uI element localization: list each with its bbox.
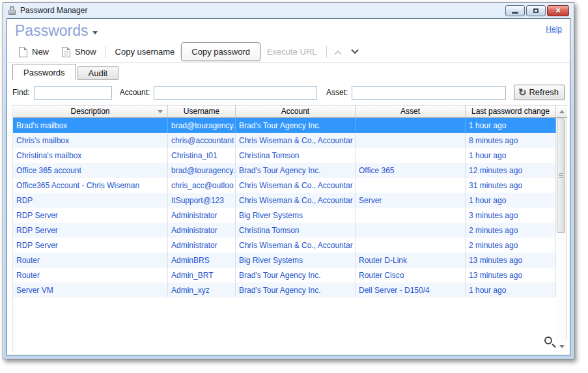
cell-username: Admin_xyz xyxy=(168,283,236,297)
column-header-account-label: Account xyxy=(281,107,309,116)
cell-asset xyxy=(356,133,466,148)
tab-passwords[interactable]: Passwords xyxy=(12,64,76,80)
cell-description: Christina's mailbox xyxy=(13,148,168,163)
new-button[interactable]: New xyxy=(12,44,55,60)
refresh-button[interactable]: ↻ Refresh xyxy=(514,85,565,100)
page-header: Passwords Help xyxy=(7,19,570,41)
column-header-description-label: Description xyxy=(70,107,109,116)
table-row[interactable]: Brad's mailbox brad@touragency. Brad's T… xyxy=(13,118,556,133)
account-input[interactable] xyxy=(154,86,317,100)
tab-audit[interactable]: Audit xyxy=(77,66,119,80)
table-row[interactable]: RDP Server Administrator Big River Syste… xyxy=(13,208,556,223)
table-row[interactable]: RDP Server Administrator Christina Tomso… xyxy=(13,223,556,238)
asset-label: Asset: xyxy=(326,88,348,97)
table-body: Brad's mailbox brad@touragency. Brad's T… xyxy=(13,118,556,352)
new-document-icon xyxy=(19,47,27,57)
cell-account: Big River Systems xyxy=(236,253,356,268)
scroll-down-button[interactable] xyxy=(556,340,567,352)
cell-account: Chris Wiseman & Co., Accountar xyxy=(236,133,356,148)
copy-username-button[interactable]: Copy username xyxy=(109,44,182,59)
cell-asset: Office 365 xyxy=(356,163,466,178)
column-header-username-label: Username xyxy=(184,107,219,116)
cell-last-change: 13 minutes ago xyxy=(466,268,556,283)
column-header-asset-label: Asset xyxy=(400,107,420,116)
cell-last-change: 1 hour ago xyxy=(466,283,556,297)
vertical-scrollbar xyxy=(556,105,567,352)
table-row[interactable]: RDP ItSupport@123 Chris Wiseman & Co., A… xyxy=(13,193,556,208)
column-header-username[interactable]: Username xyxy=(168,105,236,117)
account-label: Account: xyxy=(120,88,150,97)
cell-account: Big River Systems xyxy=(236,208,356,223)
minimize-button[interactable] xyxy=(505,5,525,16)
cell-asset: Server xyxy=(356,193,466,208)
execute-url-button[interactable]: Execute URL xyxy=(260,44,324,59)
table-row[interactable]: Christina's mailbox Christina_t01 Christ… xyxy=(13,148,556,163)
cell-account: Christina Tomson xyxy=(236,223,356,238)
move-up-button[interactable] xyxy=(329,47,346,57)
cell-username: chris@accountant xyxy=(168,133,236,148)
new-button-label: New xyxy=(32,47,49,57)
cell-asset: Router Cisco xyxy=(356,268,466,283)
show-button[interactable]: Show xyxy=(55,44,103,60)
cell-username: Christina_t01 xyxy=(168,148,236,163)
page-title: Passwords xyxy=(15,22,88,40)
toolbar: New Show Copy username Copy password Exe… xyxy=(7,41,570,63)
minimize-icon xyxy=(512,12,518,14)
cell-last-change: 1 hour ago xyxy=(466,148,556,163)
app-window: Password Manager ✕ Passwords Help New Sh… xyxy=(3,2,574,359)
chevron-down-icon xyxy=(92,31,98,35)
maximize-button[interactable] xyxy=(526,5,546,16)
cell-username: Administrator xyxy=(168,223,236,238)
sort-descending-icon xyxy=(158,110,163,113)
asset-input[interactable] xyxy=(352,86,506,100)
scroll-up-button[interactable] xyxy=(556,105,567,118)
table-row[interactable]: Office365 Account - Chris Wiseman chris_… xyxy=(13,178,556,193)
toolbar-separator xyxy=(105,46,106,58)
find-input[interactable] xyxy=(34,86,112,100)
copy-password-button[interactable]: Copy password xyxy=(181,42,260,61)
page-title-menu[interactable]: Passwords xyxy=(15,22,98,40)
column-header-account[interactable]: Account xyxy=(236,105,356,117)
cell-account: Brad's Tour Agency Inc. xyxy=(236,163,356,178)
cell-account: Brad's Tour Agency Inc. xyxy=(236,283,356,297)
titlebar[interactable]: Password Manager ✕ xyxy=(7,3,570,18)
scrollbar-thumb[interactable] xyxy=(557,118,565,233)
column-header-last-change[interactable]: Last password change xyxy=(466,105,556,117)
cell-last-change: 12 minutes ago xyxy=(466,163,556,178)
cell-asset: Router D-Link xyxy=(356,253,466,268)
table-row[interactable]: Chris's mailbox chris@accountant Chris W… xyxy=(13,133,556,148)
cell-account: Chris Wiseman & Co., Accountar xyxy=(236,193,356,208)
cell-last-change: 1 hour ago xyxy=(466,193,556,208)
execute-url-label: Execute URL xyxy=(267,47,317,57)
cell-last-change: 2 minutes ago xyxy=(466,238,556,253)
cell-description: RDP xyxy=(13,193,168,208)
tab-passwords-label: Passwords xyxy=(23,68,65,77)
scrollbar-track[interactable] xyxy=(556,118,567,340)
cell-description: Router xyxy=(13,253,168,268)
close-button[interactable]: ✕ xyxy=(547,5,569,16)
grid-header: Description Username Account Asset Last … xyxy=(13,105,556,118)
cell-account: Brad's Tour Agency Inc. xyxy=(236,118,356,133)
column-header-description[interactable]: Description xyxy=(13,105,168,117)
table-row[interactable]: Router AdminBRS Big River Systems Router… xyxy=(13,253,556,268)
cell-asset xyxy=(356,223,466,238)
cell-last-change: 1 hour ago xyxy=(466,118,556,133)
cell-account: Chris Wiseman & Co., Accountar xyxy=(236,178,356,193)
move-down-button[interactable] xyxy=(346,47,363,57)
table-row[interactable]: Router Admin_BRT Brad's Tour Agency Inc.… xyxy=(13,268,556,283)
close-icon: ✕ xyxy=(555,7,561,14)
window-body: Passwords Help New Show Copy username Co… xyxy=(7,18,570,355)
help-link[interactable]: Help xyxy=(546,25,562,34)
copy-username-label: Copy username xyxy=(115,47,175,57)
cell-username: Administrator xyxy=(168,208,236,223)
cell-asset xyxy=(356,148,466,163)
table-row[interactable]: RDP Server Administrator Chris Wiseman &… xyxy=(13,238,556,253)
cell-username: brad@touragency. xyxy=(168,163,236,178)
table-row[interactable]: Office 365 account brad@touragency. Brad… xyxy=(13,163,556,178)
passwords-grid: Description Username Account Asset Last … xyxy=(12,105,567,352)
cell-account: Brad's Tour Agency Inc. xyxy=(236,268,356,283)
search-icon[interactable] xyxy=(544,337,552,344)
cell-description: RDP Server xyxy=(13,238,168,253)
column-header-asset[interactable]: Asset xyxy=(356,105,466,117)
table-row[interactable]: Server VM Admin_xyz Brad's Tour Agency I… xyxy=(13,283,556,297)
